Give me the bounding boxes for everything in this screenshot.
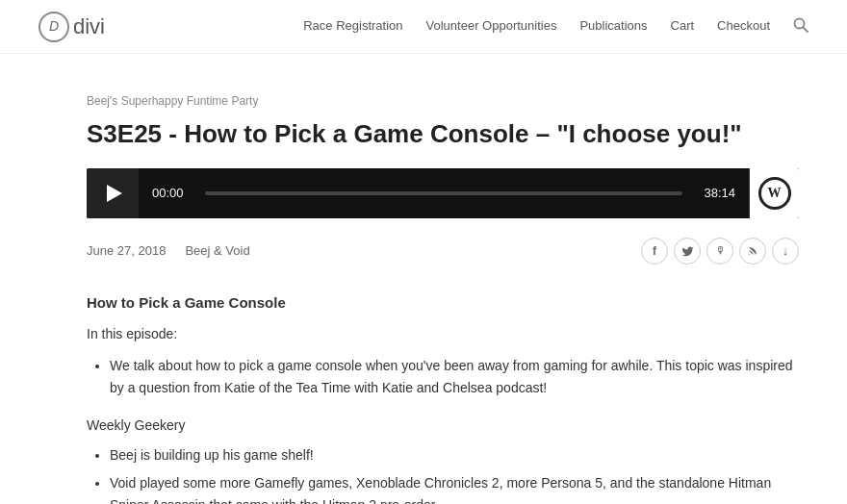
wp-icon: W bbox=[758, 177, 791, 210]
list-item: We talk about how to pick a game console… bbox=[110, 355, 799, 399]
nav-volunteer[interactable]: Volunteer Opportunities bbox=[426, 16, 557, 37]
svg-point-2 bbox=[749, 254, 750, 255]
download-button[interactable]: ↓ bbox=[772, 238, 799, 265]
episode-intro: In this episode: bbox=[87, 323, 799, 345]
main-nav: Race Registration Volunteer Opportunitie… bbox=[303, 16, 808, 37]
post-authors: Beej & Void bbox=[185, 241, 249, 262]
nav-cart[interactable]: Cart bbox=[671, 16, 695, 37]
facebook-share-button[interactable]: f bbox=[641, 238, 668, 265]
search-icon bbox=[793, 17, 808, 33]
rss-share-button[interactable] bbox=[739, 238, 766, 265]
search-button[interactable] bbox=[793, 17, 808, 37]
play-button[interactable] bbox=[87, 168, 139, 218]
meta-info: June 27, 2018 Beej & Void bbox=[87, 241, 250, 262]
social-icons: f 🎙 ↓ bbox=[641, 238, 799, 265]
site-header: D divi Race Registration Volunteer Oppor… bbox=[0, 0, 847, 54]
geekery-bullets: Beej is building up his game shelf! Void… bbox=[87, 444, 799, 504]
audio-player: 00:00 38:14 W bbox=[87, 168, 799, 218]
main-content: Beej's Superhappy Funtime Party S3E25 - … bbox=[29, 54, 818, 504]
nav-publications[interactable]: Publications bbox=[579, 16, 647, 37]
weekly-geekery-label: Weekly Geekery bbox=[87, 415, 799, 437]
logo-text: divi bbox=[73, 10, 105, 43]
podcast-share-button[interactable]: 🎙 bbox=[706, 238, 733, 265]
site-logo[interactable]: D divi bbox=[38, 10, 105, 43]
wordpress-logo[interactable]: W bbox=[749, 168, 799, 218]
twitter-share-button[interactable] bbox=[674, 238, 701, 265]
post-title: S3E25 - How to Pick a Game Console – "I … bbox=[87, 118, 799, 151]
post-content: How to Pick a Game Console In this episo… bbox=[87, 291, 799, 504]
progress-bar[interactable] bbox=[205, 191, 683, 195]
list-item: Void played some more Gamefly games, Xen… bbox=[110, 472, 799, 504]
logo-icon: D bbox=[38, 12, 69, 42]
time-current: 00:00 bbox=[139, 184, 197, 204]
breadcrumb: Beej's Superhappy Funtime Party bbox=[87, 92, 799, 111]
main-bullets: We talk about how to pick a game console… bbox=[87, 355, 799, 399]
list-item: Beej is building up his game shelf! bbox=[110, 444, 799, 466]
post-date: June 27, 2018 bbox=[87, 241, 166, 262]
meta-row: June 27, 2018 Beej & Void f 🎙 ↓ bbox=[87, 238, 799, 274]
svg-line-1 bbox=[804, 27, 808, 32]
play-icon bbox=[107, 185, 122, 202]
time-total: 38:14 bbox=[690, 184, 749, 204]
nav-checkout[interactable]: Checkout bbox=[717, 16, 770, 37]
nav-race-registration[interactable]: Race Registration bbox=[303, 16, 402, 37]
section-title: How to Pick a Game Console bbox=[87, 291, 799, 315]
